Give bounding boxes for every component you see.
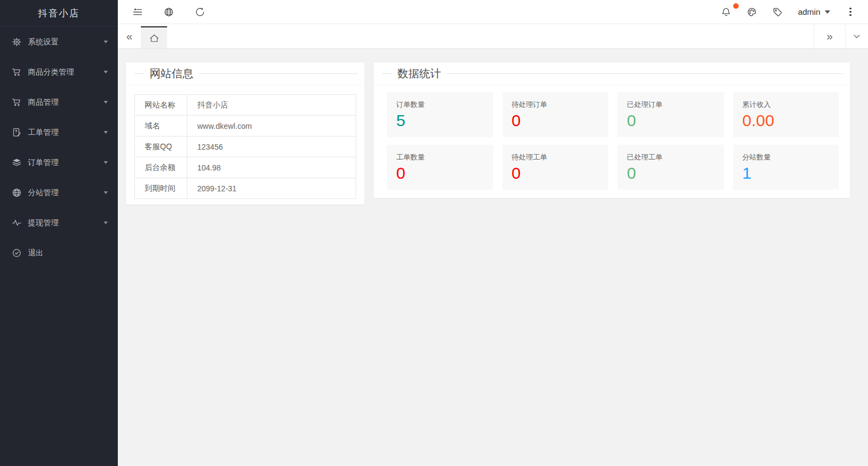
- sidebar: 抖音小店 系统设置商品分类管理商品管理工单管理订单管理分站管理提现管理退出: [0, 0, 118, 466]
- sidebar-menu: 系统设置商品分类管理商品管理工单管理订单管理分站管理提现管理退出: [0, 27, 118, 268]
- form-icon: [12, 128, 21, 137]
- stat-value: 0: [396, 164, 488, 183]
- pulse-icon: [12, 218, 21, 228]
- stat-value: 0: [512, 164, 603, 183]
- stat-tile: 工单数量0: [387, 145, 493, 190]
- chevron-down-icon: [104, 101, 108, 104]
- site-info-card: 网站信息 网站名称抖音小店域名www.dkewl.com客服QQ123456后台…: [126, 62, 364, 204]
- stats-title: 数据统计: [392, 66, 447, 81]
- gear-icon: [12, 37, 21, 47]
- scroll-tabs-left-button[interactable]: «: [118, 24, 141, 48]
- sidebar-item-label: 提现管理: [28, 218, 104, 228]
- palette-icon: [747, 7, 757, 17]
- site-info-header: 网站信息: [126, 62, 364, 85]
- stat-tile: 分站数量1: [733, 145, 840, 190]
- tab-home[interactable]: [141, 26, 167, 48]
- stat-label: 分站数量: [743, 152, 834, 162]
- sidebar-item-order-manage[interactable]: 订单管理: [0, 147, 118, 178]
- site-info-row: 网站名称抖音小店: [135, 95, 356, 116]
- stat-tile: 订单数量5: [387, 92, 493, 137]
- stat-value: 0: [627, 111, 718, 130]
- site-info-value: 104.98: [187, 157, 356, 178]
- sidebar-item-label: 工单管理: [28, 128, 104, 138]
- stat-value: 0: [627, 164, 718, 183]
- stats-header: 数据统计: [374, 62, 850, 85]
- sidebar-item-logout[interactable]: 退出: [0, 238, 118, 268]
- site-info-table: 网站名称抖音小店域名www.dkewl.com客服QQ123456后台余额104…: [134, 94, 356, 199]
- topbar-right: admin: [721, 7, 856, 18]
- chevron-down-icon: [104, 221, 108, 224]
- user-menu[interactable]: admin: [798, 7, 830, 16]
- sidebar-item-product-manage[interactable]: 商品管理: [0, 87, 118, 117]
- tab-strip-space: [167, 24, 814, 48]
- site-info-row: 到期时间2099-12-31: [135, 178, 356, 199]
- site-info-value: 2099-12-31: [187, 178, 356, 199]
- site-info-label: 后台余额: [135, 157, 187, 178]
- sidebar-item-product-category-manage[interactable]: 商品分类管理: [0, 57, 118, 87]
- notifications-button[interactable]: [721, 7, 732, 18]
- shield-check-icon: [12, 248, 21, 258]
- site-info-row: 域名www.dkewl.com: [135, 116, 356, 137]
- stat-label: 待处理订单: [512, 100, 603, 110]
- chevron-down-icon: [825, 10, 830, 14]
- stat-label: 已处理订单: [627, 100, 718, 110]
- sidebar-item-label: 商品管理: [28, 98, 104, 107]
- stat-value: 0: [512, 111, 603, 130]
- cart-icon: [12, 67, 21, 77]
- sidebar-item-label: 系统设置: [28, 37, 104, 47]
- sidebar-item-label: 订单管理: [28, 158, 104, 168]
- stats-card: 数据统计 订单数量5待处理订单0已处理订单0累计收入0.00工单数量0待处理工单…: [374, 62, 850, 198]
- globe-icon: [12, 188, 21, 197]
- home-icon: [149, 33, 159, 43]
- refresh-icon[interactable]: [195, 7, 205, 18]
- sidebar-item-work-order-manage[interactable]: 工单管理: [0, 117, 118, 147]
- app-title: 抖音小店: [0, 0, 118, 27]
- site-info-label: 域名: [135, 116, 187, 137]
- bell-icon: [721, 7, 731, 17]
- topbar: admin: [118, 0, 868, 24]
- chevron-down-icon: [104, 161, 108, 164]
- site-info-label: 到期时间: [135, 178, 187, 199]
- stat-label: 累计收入: [743, 100, 834, 110]
- stat-tile: 待处理订单0: [502, 92, 609, 137]
- kebab-icon: [849, 8, 851, 16]
- cart-icon: [12, 98, 21, 107]
- site-info-row: 客服QQ123456: [135, 137, 356, 157]
- notification-dot: [733, 3, 739, 9]
- topbar-left: [132, 7, 205, 18]
- site-info-row: 后台余额104.98: [135, 157, 356, 178]
- legend-line: [382, 73, 843, 74]
- tag-button[interactable]: [772, 7, 783, 18]
- site-info-body: 网站名称抖音小店域名www.dkewl.com客服QQ123456后台余额104…: [126, 85, 364, 204]
- stat-tile: 已处理订单0: [618, 92, 724, 137]
- sidebar-item-system-settings[interactable]: 系统设置: [0, 27, 118, 57]
- stat-tile: 待处理工单0: [502, 145, 609, 190]
- collapse-sidebar-icon[interactable]: [132, 7, 143, 18]
- chevron-down-icon: [104, 191, 108, 194]
- tab-options-button[interactable]: [845, 24, 868, 48]
- stat-tile: 已处理工单0: [618, 145, 724, 190]
- sidebar-item-withdrawal-manage[interactable]: 提现管理: [0, 208, 118, 238]
- site-info-label: 客服QQ: [135, 137, 187, 157]
- site-info-label: 网站名称: [135, 95, 187, 116]
- stat-tile: 累计收入0.00: [733, 92, 840, 137]
- sidebar-item-label: 退出: [28, 248, 108, 258]
- theme-palette-button[interactable]: [746, 7, 757, 18]
- site-info-value: www.dkewl.com: [187, 116, 356, 137]
- chevron-down-icon: [104, 71, 108, 73]
- site-info-value: 123456: [187, 137, 356, 157]
- sidebar-item-label: 商品分类管理: [28, 67, 104, 77]
- stat-value: 5: [396, 111, 488, 130]
- main-column: admin « » 网站信息 网站名称抖音小店域名www.dke: [118, 0, 868, 466]
- chevron-down-icon: [104, 41, 108, 43]
- stat-label: 工单数量: [396, 152, 488, 162]
- site-info-value: 抖音小店: [187, 95, 356, 116]
- site-info-title: 网站信息: [144, 66, 199, 81]
- globe-icon[interactable]: [163, 7, 174, 18]
- scroll-tabs-right-button[interactable]: »: [814, 24, 845, 48]
- more-menu-button[interactable]: [845, 7, 856, 18]
- stat-value: 0.00: [743, 111, 834, 130]
- username: admin: [798, 7, 820, 16]
- sidebar-item-substation-manage[interactable]: 分站管理: [0, 178, 118, 208]
- stat-label: 订单数量: [396, 100, 488, 110]
